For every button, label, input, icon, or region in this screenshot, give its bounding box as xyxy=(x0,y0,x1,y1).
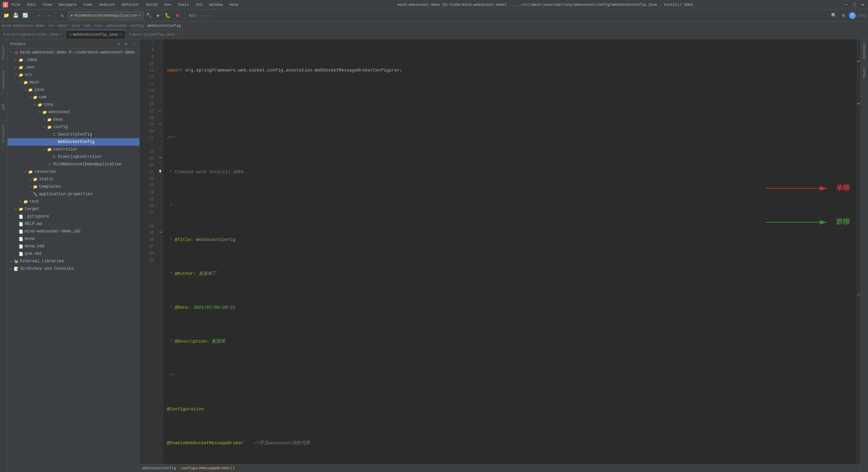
tree-item-config[interactable]: ▾ 📁 config xyxy=(7,123,139,131)
tree-item-greeting[interactable]: C GreetingController xyxy=(7,153,139,161)
web-panel-toggle[interactable]: Web xyxy=(0,94,7,121)
tree-item-ext-libs[interactable]: ▸ 📚 External Libraries xyxy=(7,258,139,265)
tree-toggle-templates[interactable]: ▸ xyxy=(28,184,33,189)
tree-item-pom[interactable]: 📄 pom.xml xyxy=(7,250,139,258)
tab-websocket-config[interactable]: ⚙ WebSocketConfig.java × xyxy=(66,30,125,39)
tree-item-templates[interactable]: ▸ 📁 templates xyxy=(7,183,139,190)
tree-item-src[interactable]: ▾ 📁 src xyxy=(7,71,139,79)
tree-item-websocket[interactable]: ▾ 📁 websocket xyxy=(7,108,139,116)
run-button[interactable]: ▶ xyxy=(154,12,162,20)
tree-toggle-config[interactable]: ▾ xyxy=(42,125,47,129)
tab-security-config[interactable]: J SecurityConfig.java × xyxy=(125,30,182,39)
close-button[interactable]: ✕ xyxy=(860,2,865,7)
tree-toggle-resources[interactable]: ▾ xyxy=(23,169,28,174)
tree-item-static[interactable]: ▸ 📁 static xyxy=(7,176,139,183)
tab-close-2[interactable]: × xyxy=(120,33,122,37)
tree-toggle-root[interactable]: ▾ xyxy=(9,50,14,55)
breadcrumb-root[interactable]: mind-websocket-demo xyxy=(2,24,44,28)
tree-toggle-com[interactable]: ▾ xyxy=(28,95,33,100)
build-button[interactable]: 🔨 xyxy=(145,12,153,20)
scroll-indicator[interactable] xyxy=(856,39,861,464)
tree-item-app[interactable]: A MindWebsocketDemoApplication xyxy=(7,161,139,168)
menu-refactor[interactable]: Refactor xyxy=(120,2,141,7)
breadcrumb-main[interactable]: main xyxy=(58,24,67,28)
tree-item-controller[interactable]: ▾ 📁 controller xyxy=(7,146,139,153)
tree-item-security-config[interactable]: C SecurityConfig xyxy=(7,131,139,138)
menu-code[interactable]: Code xyxy=(82,2,94,7)
tree-item-tony[interactable]: ▾ 📁 tony xyxy=(7,101,139,108)
tree-toggle-test[interactable]: ▸ xyxy=(18,199,23,204)
tree-item-mvnw[interactable]: 📄 mvnw xyxy=(7,235,139,243)
tree-item-gitignore[interactable]: 📄 .gitignore xyxy=(7,213,139,220)
tree-item-iml[interactable]: 📄 mind-websocket-demo.iml xyxy=(7,228,139,235)
database-panel-toggle[interactable]: Database xyxy=(862,41,868,61)
menu-edit[interactable]: Edit xyxy=(26,2,37,7)
open-folder-button[interactable]: 📁 xyxy=(2,12,10,20)
tree-item-com[interactable]: ▾ 📁 com xyxy=(7,94,139,101)
tab-close-3[interactable]: × xyxy=(177,33,179,36)
tree-item-mvn[interactable]: ▸ 📁 .mvn xyxy=(7,64,139,71)
breadcrumb-tony[interactable]: tony xyxy=(94,24,103,28)
panel-close-btn[interactable]: — xyxy=(131,41,137,47)
project-selector[interactable]: ▶ MindWebsocketDemoApplication ▾ xyxy=(68,11,143,20)
panel-gear-btn[interactable]: ⚙ xyxy=(123,41,129,47)
menu-vcs[interactable]: VCS xyxy=(194,2,204,7)
tree-toggle-controller[interactable]: ▾ xyxy=(42,147,47,152)
breadcrumb-config[interactable]: config xyxy=(130,24,144,28)
tree-item-bean[interactable]: ▸ 📁 bean xyxy=(7,116,139,123)
tree-item-root[interactable]: ▾ ◫ mind-websocket-demo D:/code/mind-web… xyxy=(7,49,139,56)
tab-close-1[interactable]: × xyxy=(60,33,62,36)
back-button[interactable]: ← xyxy=(35,12,43,20)
menu-navigate[interactable]: Navigate xyxy=(57,2,78,7)
panel-scope-btn[interactable]: ⊙ xyxy=(116,41,122,47)
menu-window[interactable]: Window xyxy=(208,2,224,7)
code-breadcrumb-class[interactable]: WebSocketConfig xyxy=(142,466,176,470)
menu-view[interactable]: View xyxy=(42,2,53,7)
tree-toggle-idea[interactable]: ▸ xyxy=(14,58,18,62)
settings-button[interactable]: ⚙ xyxy=(840,12,848,20)
code-breadcrumb-method[interactable]: configureMessageBroker() xyxy=(181,466,235,470)
tree-item-mvnw-cmd[interactable]: 📄 mvnw.cmd xyxy=(7,243,139,250)
code-content[interactable]: import org.springframework.web.socket.co… xyxy=(163,39,856,464)
menu-tools[interactable]: Tools xyxy=(176,2,190,7)
debug-button[interactable]: 🐛 xyxy=(164,12,172,20)
minimize-button[interactable]: ─ xyxy=(844,2,849,7)
breadcrumb-com[interactable]: com xyxy=(83,24,90,28)
forward-button[interactable]: → xyxy=(44,12,53,20)
tree-toggle-tony[interactable]: ▾ xyxy=(33,102,37,107)
stop-button[interactable]: ⏹ xyxy=(173,12,181,20)
tree-item-websocket-config[interactable]: ⚙ WebSocketConfig xyxy=(7,138,139,146)
tab-greeting-controller[interactable]: J GreetingController.java × xyxy=(0,30,66,39)
tree-item-resources[interactable]: ▾ 📁 resources xyxy=(7,168,139,176)
tree-item-scratches[interactable]: ▸ 📝 Scratches and Consoles xyxy=(7,265,139,272)
tree-toggle-mvn[interactable]: ▸ xyxy=(14,65,18,70)
tree-item-java[interactable]: ▾ 📁 java xyxy=(7,86,139,94)
tree-item-test[interactable]: ▸ 📁 test xyxy=(7,198,139,205)
menu-build[interactable]: Build xyxy=(145,2,159,7)
tree-toggle-static[interactable]: ▸ xyxy=(28,177,33,182)
tree-item-target[interactable]: ▸ 📁 target xyxy=(7,205,139,213)
refresh-button[interactable]: ↻ xyxy=(58,12,66,20)
breadcrumb-file[interactable]: WebSocketConfig xyxy=(147,24,181,28)
tree-item-help[interactable]: 📄 HELP.md xyxy=(7,220,139,228)
tree-item-app-props[interactable]: 🔧 application.properties xyxy=(7,190,139,198)
tree-toggle-main[interactable]: ▾ xyxy=(18,80,23,85)
tree-toggle-target[interactable]: ▸ xyxy=(14,207,18,211)
sync-button[interactable]: 🔄 xyxy=(21,12,29,20)
favorites-panel-toggle[interactable]: Favorites xyxy=(0,66,7,94)
tree-toggle-extlibs[interactable]: ▸ xyxy=(9,259,14,264)
tree-toggle-scratches[interactable]: ▸ xyxy=(9,266,14,271)
maven-panel-toggle[interactable]: Maven xyxy=(862,62,868,83)
menu-help[interactable]: Help xyxy=(228,2,240,7)
tree-toggle-websocket[interactable]: ▾ xyxy=(37,110,42,115)
menu-run[interactable]: Run xyxy=(163,2,172,7)
tree-item-idea[interactable]: ▸ 📁 .idea xyxy=(7,56,139,64)
breadcrumb-websocket[interactable]: websocket xyxy=(106,24,126,28)
menu-file[interactable]: File xyxy=(10,2,22,7)
breadcrumb-java[interactable]: java xyxy=(71,24,80,28)
search-button[interactable]: 🔍 xyxy=(830,12,838,20)
maximize-button[interactable]: □ xyxy=(852,2,857,7)
tree-toggle-java[interactable]: ▾ xyxy=(23,87,28,92)
tree-item-main[interactable]: ▾ 📁 main xyxy=(7,79,139,86)
project-panel-toggle[interactable]: Project xyxy=(0,39,7,66)
